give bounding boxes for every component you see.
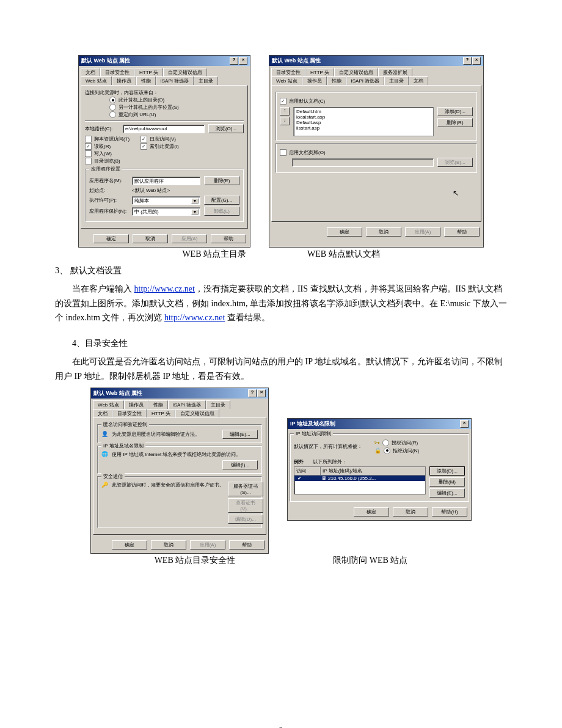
cancel-button[interactable]: 取消 bbox=[151, 540, 186, 550]
tab[interactable]: 操作员 bbox=[302, 76, 327, 85]
section-3-heading: 3、 默认文档设置 bbox=[55, 263, 507, 278]
list-item[interactable]: Default.asp bbox=[295, 120, 432, 125]
tab[interactable]: Web 站点 bbox=[81, 76, 112, 85]
tab-dir-security[interactable]: 目录安全性 bbox=[112, 409, 147, 417]
tab[interactable]: 服务器扩展 bbox=[378, 68, 412, 76]
tab[interactable]: ISAPI 筛选器 bbox=[156, 76, 194, 85]
help-icon[interactable]: ? bbox=[230, 57, 238, 65]
add-button[interactable]: 添加(D)... bbox=[429, 466, 465, 476]
anon-legend: 匿名访问和验证控制 bbox=[101, 421, 149, 428]
section-4-para: 在此可设置是否允许匿名访问站点，可限制访问站点的用户的 IP 地址或域名。默认情… bbox=[55, 355, 507, 384]
chk-index[interactable]: 索引此资源(I) bbox=[140, 143, 179, 150]
unload-button: 卸载(L) bbox=[204, 207, 239, 216]
list-item[interactable]: iisstart.asp bbox=[295, 125, 432, 131]
cancel-button[interactable]: 取消 bbox=[366, 227, 401, 237]
tab[interactable]: Web 站点 bbox=[93, 400, 124, 409]
titlebar[interactable]: 默认 Web 站点 属性 ? × bbox=[91, 388, 268, 399]
edit-button[interactable]: 编辑(E)... bbox=[429, 488, 465, 498]
move-up-button[interactable]: ↑ bbox=[280, 107, 290, 116]
cancel-button[interactable]: 取消 bbox=[133, 234, 168, 243]
exec-perm-select[interactable]: 纯脚本 bbox=[132, 196, 200, 205]
chk-log[interactable]: 日志访问(V) bbox=[140, 136, 179, 142]
tab[interactable]: 操作员 bbox=[124, 400, 148, 409]
help-button[interactable]: 帮助 bbox=[211, 234, 246, 243]
radio-share[interactable]: 另一计算机上的共享位置(S) bbox=[109, 104, 244, 111]
tab[interactable]: Web 站点 bbox=[271, 76, 302, 85]
titlebar[interactable]: 默认 Web 站点 属性 ? × bbox=[79, 56, 250, 66]
config-button[interactable]: 配置(G)... bbox=[204, 196, 239, 205]
chk-read[interactable]: 读取(R) bbox=[85, 143, 130, 150]
chk-write[interactable]: 写入(W) bbox=[85, 150, 130, 157]
close-icon[interactable]: × bbox=[472, 57, 481, 65]
tab[interactable]: 目录安全性 bbox=[100, 68, 134, 76]
app-name-input[interactable]: 默认应用程序 bbox=[132, 177, 200, 185]
cancel-button[interactable]: 取消 bbox=[393, 507, 428, 517]
help-icon[interactable]: ? bbox=[463, 57, 472, 65]
list-item[interactable]: localstart.asp bbox=[295, 114, 432, 120]
browse-button[interactable]: 浏览(O)... bbox=[208, 124, 244, 133]
chk-enable-footer[interactable]: 启用文档页脚(O) bbox=[280, 149, 473, 156]
edit-button[interactable]: 编辑(E)... bbox=[222, 430, 258, 439]
tab[interactable]: 主目录 bbox=[384, 76, 409, 85]
tab[interactable]: HTTP 头 bbox=[134, 68, 163, 76]
tab-home-dir[interactable]: 主目录 bbox=[194, 76, 218, 85]
tab[interactable]: HTTP 头 bbox=[147, 409, 175, 417]
tab[interactable]: 自定义错误信息 bbox=[334, 68, 378, 76]
app-protect-label: 应用程序保护(N): bbox=[89, 208, 128, 215]
edit-button[interactable]: 编辑(I)... bbox=[222, 460, 258, 469]
url-link[interactable]: http://www.cz.net bbox=[164, 313, 225, 322]
help-icon[interactable]: ? bbox=[248, 389, 257, 397]
delete-button[interactable]: 删除(R) bbox=[437, 118, 473, 127]
tab[interactable]: 性能 bbox=[327, 76, 346, 85]
tab[interactable]: 性能 bbox=[148, 400, 168, 409]
chk-enable-default-doc[interactable]: 启用默认文档(C) bbox=[280, 98, 473, 105]
ok-button[interactable]: 确定 bbox=[327, 227, 362, 237]
tab[interactable]: HTTP 头 bbox=[305, 68, 334, 76]
tab[interactable]: 目录安全性 bbox=[271, 68, 305, 76]
radio-grant[interactable]: 授权访问(R) bbox=[382, 439, 418, 446]
app-name-label: 应用程序名(M): bbox=[89, 177, 128, 184]
tab-documents[interactable]: 文档 bbox=[409, 76, 428, 85]
local-path-input[interactable]: e:\inetpub\wwwroot bbox=[123, 125, 205, 133]
tab[interactable]: 自定义错误信息 bbox=[163, 68, 207, 76]
app-protect-select[interactable]: 中 (共用的) bbox=[132, 207, 200, 216]
move-down-button[interactable]: ↓ bbox=[280, 117, 290, 125]
radio-local-dir[interactable]: 此计算机上的目录(D) bbox=[109, 97, 244, 103]
help-button[interactable]: 帮助(H) bbox=[432, 507, 467, 517]
list-item[interactable]: Default.htm bbox=[295, 109, 432, 114]
url-link[interactable]: http://www.cz.net bbox=[134, 284, 195, 293]
tab[interactable]: 文档 bbox=[81, 68, 100, 76]
edit-button: 编辑(D)... bbox=[228, 515, 263, 524]
chk-dir-browse[interactable]: 目录浏览(B) bbox=[85, 158, 130, 164]
tab[interactable]: 文档 bbox=[93, 409, 112, 417]
chk-script-access[interactable]: 脚本资源访问(T) bbox=[85, 136, 130, 142]
server-cert-button[interactable]: 服务器证书(S)... bbox=[228, 482, 263, 496]
help-button[interactable]: 帮助 bbox=[444, 227, 480, 237]
ok-button[interactable]: 确定 bbox=[112, 540, 147, 550]
tab[interactable]: 操作员 bbox=[112, 76, 136, 85]
close-icon[interactable]: × bbox=[239, 57, 247, 65]
radio-redirect[interactable]: 重定向到 URL(U) bbox=[109, 111, 244, 118]
figure-row-1: 默认 Web 站点 属性 ? × 文档 目录安全性 HTTP 头 自定义错误信息… bbox=[55, 55, 507, 248]
radio-deny[interactable]: 拒绝访问(N) bbox=[384, 447, 419, 454]
titlebar[interactable]: 默认 Web 站点 属性 ? × bbox=[269, 56, 483, 66]
tab[interactable]: 性能 bbox=[136, 76, 156, 85]
titlebar[interactable]: IP 地址及域名限制 × bbox=[288, 419, 471, 429]
close-icon[interactable]: × bbox=[257, 389, 266, 397]
tab[interactable]: 自定义错误信息 bbox=[175, 409, 219, 417]
ok-button[interactable]: 确定 bbox=[354, 507, 389, 517]
computer-icon: 🖥 bbox=[321, 476, 326, 481]
list-item[interactable]: ✔ 🖥210.45.160.0 (255.2... bbox=[294, 476, 425, 481]
tab[interactable]: 主目录 bbox=[206, 400, 230, 409]
add-button[interactable]: 添加(D)... bbox=[437, 107, 473, 116]
help-button[interactable]: 帮助 bbox=[229, 540, 265, 550]
default-docs-list[interactable]: Default.htm localstart.asp Default.asp i… bbox=[293, 107, 434, 136]
ok-button[interactable]: 确定 bbox=[93, 234, 129, 243]
tab[interactable]: ISAPI 筛选器 bbox=[346, 76, 385, 85]
delete-button[interactable]: 删除(M) bbox=[429, 477, 465, 487]
remove-button[interactable]: 删除(E) bbox=[204, 176, 239, 185]
close-icon[interactable]: × bbox=[460, 420, 469, 428]
tab[interactable]: ISAPI 筛选器 bbox=[168, 400, 206, 409]
exceptions-list[interactable]: 访问 IP 地址(掩码)/域名 ✔ 🖥210.45.160.0 (255.2..… bbox=[294, 466, 426, 495]
exec-perm-label: 执行许可(P): bbox=[89, 197, 128, 204]
